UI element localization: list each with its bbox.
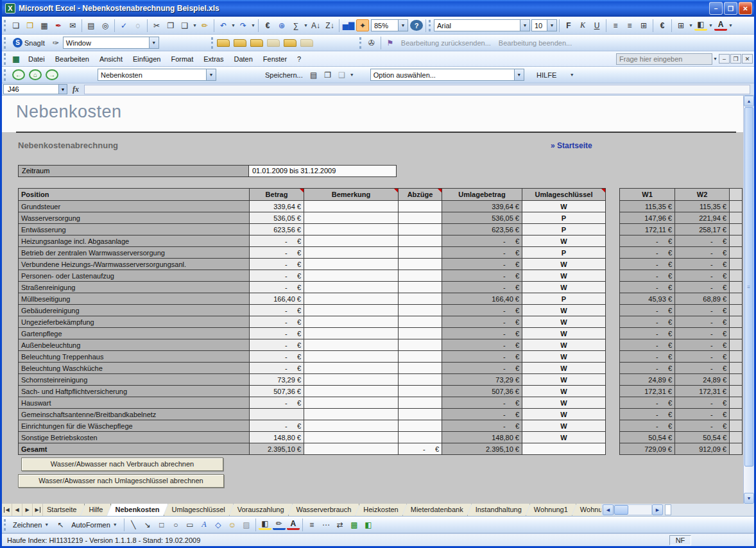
cell-abz[interactable] — [399, 293, 442, 305]
cell-umb[interactable]: 166,40 € — [442, 293, 522, 305]
prev-sheet-icon[interactable]: ◀ — [12, 504, 22, 516]
cell-w1[interactable]: 50,54 € — [620, 432, 675, 443]
cell-bem[interactable] — [304, 293, 399, 305]
cell-betrag[interactable]: 73,29 € — [250, 374, 304, 386]
cell-uml[interactable]: W — [522, 201, 606, 212]
cell-w1[interactable]: - € — [620, 409, 675, 420]
cell-umb[interactable]: - € — [442, 420, 522, 432]
cell-uml[interactable]: W — [522, 270, 606, 282]
next-sheet-icon[interactable]: ▶ — [22, 504, 33, 516]
sheet-tab-vorauszahlung[interactable]: Vorauszahlung — [229, 504, 293, 516]
dash-style-icon[interactable]: ⋯ — [320, 518, 332, 531]
scroll-up-icon[interactable]: ▲ — [744, 96, 754, 107]
cell-umb[interactable]: - € — [442, 259, 522, 270]
cell-abz[interactable] — [399, 282, 442, 293]
redo-dropdown[interactable]: ▼ — [250, 19, 256, 31]
cell-extra[interactable] — [730, 443, 743, 455]
review-end-button[interactable]: Bearbeitung beenden... — [495, 38, 576, 48]
snagit-button[interactable]: S SnagIt — [9, 37, 49, 49]
autoformen-button[interactable]: AutoFormen▼ — [67, 517, 122, 532]
h-scrollbar-track[interactable] — [614, 504, 652, 515]
scrollbar-thumb[interactable]: ≡ — [744, 107, 753, 467]
sheet-tab-wasserverbrauch[interactable]: Wasserverbrauch — [288, 504, 360, 516]
cell-bem[interactable] — [304, 270, 399, 282]
folder-1-icon[interactable] — [217, 39, 230, 47]
cell-umb[interactable]: 2.395,10 € — [442, 443, 522, 455]
cell-extra[interactable] — [730, 420, 743, 432]
threed-icon[interactable]: ◧ — [362, 518, 375, 531]
bold-icon[interactable]: F — [562, 19, 575, 31]
cell-uml[interactable]: W — [522, 432, 606, 443]
review-send-button[interactable]: Bearbeitung zurücksenden... — [397, 38, 495, 48]
cell-abz[interactable] — [399, 305, 442, 316]
cell-umb[interactable]: - € — [442, 397, 522, 409]
cell-bem[interactable] — [304, 351, 399, 363]
cell-w1[interactable]: - € — [620, 420, 675, 432]
nav-back-icon[interactable]: ← — [12, 69, 25, 80]
cell-extra[interactable] — [730, 247, 743, 259]
cell-pos[interactable]: Straßenreinigung — [19, 282, 250, 293]
cut-icon[interactable]: ✂ — [150, 19, 163, 31]
cell-umb[interactable]: 73,29 € — [442, 374, 522, 386]
menu-daten[interactable]: Daten — [228, 53, 257, 65]
cell-extra[interactable] — [730, 432, 743, 443]
umlageschluessel-button[interactable]: Wasser/Abwasser nach Umlageschlüssel abr… — [18, 474, 224, 488]
workbook-close-button[interactable]: ✕ — [742, 54, 753, 64]
nav-copy-icon[interactable]: ❐ — [322, 69, 334, 81]
cell-uml[interactable]: W — [522, 339, 606, 351]
review-flag-icon[interactable]: ⚑ — [384, 37, 397, 49]
cell-abz[interactable] — [399, 224, 442, 235]
formula-input[interactable] — [84, 85, 750, 94]
print-preview-icon[interactable]: ◎ — [99, 19, 112, 31]
chart-wizard-icon[interactable]: ▅▇ — [342, 19, 355, 31]
cell-pos[interactable]: Gebäudereinigung — [19, 305, 250, 316]
cell-w1[interactable]: 172,11 € — [620, 224, 675, 235]
nav-print-icon[interactable]: ▤ — [307, 69, 320, 81]
cell-pos[interactable]: Entwässerung — [19, 224, 250, 235]
menu-einfgen[interactable]: Einfügen — [128, 53, 166, 65]
redo-icon[interactable]: ↷ — [237, 19, 250, 31]
zeitraum-label[interactable]: Zeitraum — [18, 165, 249, 177]
cell-umb[interactable]: - € — [442, 363, 522, 374]
sheet-tab-umlageschlüssel[interactable]: Umlageschlüssel — [164, 504, 234, 516]
sheet-tab-instandhaltung[interactable]: Instandhaltung — [467, 504, 530, 516]
cell-extra[interactable] — [730, 305, 743, 316]
col-header-betrag[interactable]: Betrag — [250, 189, 304, 201]
cell-extra[interactable] — [730, 386, 743, 397]
cell-abz[interactable] — [399, 328, 442, 339]
cell-w1[interactable]: - € — [620, 305, 675, 316]
nav-paste-icon[interactable]: ❑ — [336, 69, 348, 81]
cell-pos[interactable]: Gemeinschaftsantenne/Breitbandkabelnetz — [19, 409, 250, 420]
cell-umb[interactable]: - € — [442, 235, 522, 247]
sheet-tab-startseite[interactable]: Startseite — [43, 504, 85, 516]
line-color-icon[interactable]: ✏ — [273, 520, 286, 530]
col-header-w1[interactable]: W1 — [620, 189, 675, 201]
cell-extra[interactable] — [730, 212, 743, 224]
select-arrow-icon[interactable]: ↖ — [54, 518, 67, 531]
cell-bem[interactable] — [304, 247, 399, 259]
cell-w1[interactable]: - € — [620, 351, 675, 363]
sheet-tab-heizkosten[interactable]: Heizkosten — [355, 504, 406, 516]
cell-w1[interactable]: 115,35 € — [620, 201, 675, 212]
cell-pos[interactable]: Ungezieferbekämpfung — [19, 316, 250, 328]
save-button[interactable]: Speichern... — [261, 70, 307, 80]
toolbar-grip[interactable] — [4, 53, 7, 65]
help-icon[interactable]: ? — [410, 20, 423, 31]
cell-w2[interactable]: 115,35 € — [675, 201, 730, 212]
cell-betrag[interactable]: - € — [250, 282, 304, 293]
vertical-scrollbar[interactable]: ▲ ≡ ▼ — [743, 96, 754, 504]
cell-extra[interactable] — [730, 259, 743, 270]
autosum-icon[interactable]: ∑ — [289, 19, 302, 31]
cell-betrag[interactable]: - € — [250, 363, 304, 374]
cell-w2[interactable]: - € — [675, 259, 730, 270]
cell-extra[interactable] — [730, 409, 743, 420]
cell-betrag[interactable]: 536,05 € — [250, 212, 304, 224]
line-style-icon[interactable]: ≡ — [305, 518, 318, 531]
research-icon[interactable]: ◌ — [132, 19, 144, 31]
minimize-button[interactable]: – — [709, 2, 723, 15]
question-input[interactable] — [616, 53, 712, 65]
snagit-capture-icon[interactable]: ✑ — [49, 37, 62, 49]
cell-betrag[interactable]: - € — [250, 420, 304, 432]
cell-betrag[interactable]: 339,64 € — [250, 201, 304, 212]
textbox-icon[interactable]: ▭ — [184, 518, 196, 531]
